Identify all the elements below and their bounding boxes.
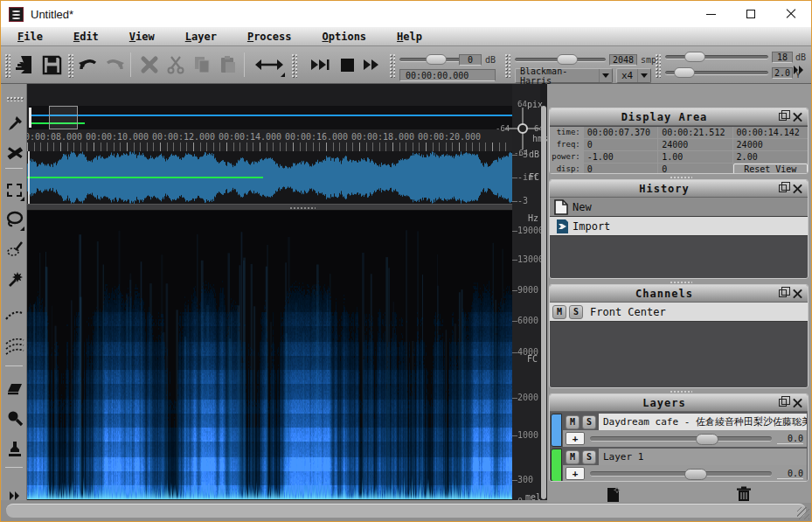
lasso-select-tool[interactable]: [4, 208, 24, 231]
window-function-select[interactable]: Blackman-Harris: [515, 68, 613, 83]
title-bar[interactable]: Untitled*: [1, 1, 811, 27]
menu-view[interactable]: View: [121, 29, 163, 45]
menu-process[interactable]: Process: [239, 29, 300, 45]
history-item-new[interactable]: New: [550, 198, 808, 217]
pan-mode-button[interactable]: [253, 52, 286, 78]
float-panel-icon[interactable]: [779, 399, 787, 407]
close-panel-icon[interactable]: [793, 289, 802, 298]
horizontal-splitter[interactable]: [27, 204, 540, 211]
palette-grip[interactable]: [6, 96, 24, 101]
spectrogram-canvas[interactable]: [27, 211, 512, 499]
mute-button[interactable]: M: [566, 450, 580, 464]
channels-titlebar[interactable]: Channels: [550, 285, 808, 303]
brush-select-tool[interactable]: [4, 238, 24, 261]
reset-view-button[interactable]: Reset View: [733, 164, 808, 174]
menu-options[interactable]: Options: [315, 29, 375, 45]
horizontal-scrollbar[interactable]: [6, 504, 806, 518]
float-panel-icon[interactable]: [779, 184, 787, 192]
mute-button[interactable]: M: [552, 305, 566, 319]
time-length-field[interactable]: 00:00:14.142: [733, 127, 808, 138]
picker-tool[interactable]: [4, 112, 24, 135]
import-button[interactable]: [11, 52, 36, 78]
close-button[interactable]: [771, 1, 811, 27]
play-forward-button[interactable]: [309, 52, 331, 78]
oversample-select[interactable]: x4: [616, 68, 651, 83]
resize-grip[interactable]: [797, 507, 809, 519]
clone-stamp-tool[interactable]: [4, 437, 24, 460]
toolbar-grip[interactable]: [655, 53, 661, 78]
vertical-scrollbar[interactable]: [541, 106, 546, 499]
toolbar-grip[interactable]: [67, 53, 73, 78]
pan-knob[interactable]: [517, 123, 528, 134]
menu-layer[interactable]: Layer: [177, 29, 225, 45]
frequency-select-tool[interactable]: [4, 304, 24, 327]
layer-name[interactable]: Layer 1: [599, 449, 807, 465]
paste-button[interactable]: [216, 52, 240, 78]
layer-row[interactable]: M S Daydream cafe - 佐倉綾音种田梨沙佐藤聡美内 + 0.0: [551, 414, 807, 447]
power-min-field[interactable]: -1.00: [584, 151, 657, 163]
layer-gain-value[interactable]: 0.0: [777, 469, 803, 479]
waveform-view[interactable]: [27, 151, 512, 204]
spectrogram-view[interactable]: [27, 211, 512, 499]
layer-gain-value[interactable]: 0.0: [777, 434, 803, 444]
time-start-field[interactable]: 00:00:07.370: [584, 127, 657, 138]
toolbar-grip[interactable]: [504, 53, 510, 78]
close-panel-icon[interactable]: [793, 112, 802, 122]
menu-edit[interactable]: Edit: [66, 29, 107, 45]
maximize-button[interactable]: [731, 1, 771, 27]
toolbar-grip[interactable]: [291, 53, 297, 78]
layer-color-swatch[interactable]: [551, 449, 562, 482]
layer-row[interactable]: M S Layer 1 + 0.0: [551, 449, 807, 482]
layer-gain-handle[interactable]: [684, 469, 707, 480]
solo-button[interactable]: S: [569, 305, 583, 319]
play-to-end-button[interactable]: [361, 52, 384, 78]
eraser-tool[interactable]: [4, 378, 24, 400]
layer-color-swatch[interactable]: [551, 414, 562, 447]
add-effect-button[interactable]: +: [566, 467, 585, 480]
save-button[interactable]: [39, 52, 64, 78]
stop-button[interactable]: [337, 52, 357, 78]
layer-gain-handle[interactable]: [696, 434, 718, 445]
disp-x-field[interactable]: 0: [584, 164, 657, 174]
fft-size-slider[interactable]: [515, 54, 606, 65]
menu-help[interactable]: Help: [389, 29, 430, 45]
overview-playhead[interactable]: [29, 108, 31, 128]
layer-gain-slider[interactable]: [590, 471, 772, 477]
display-area-titlebar[interactable]: Display Area: [550, 108, 808, 126]
power-max-field[interactable]: 1.00: [658, 151, 732, 163]
layer-name[interactable]: Daydream cafe - 佐倉綾音种田梨沙佐藤聡美内: [599, 414, 807, 430]
add-effect-button[interactable]: +: [566, 432, 585, 445]
rectangle-select-tool[interactable]: [4, 178, 24, 201]
history-item-import[interactable]: Import: [550, 217, 808, 236]
layer-gain-slider[interactable]: [590, 436, 772, 442]
freq-max-field[interactable]: 24000: [658, 139, 732, 150]
fft-size-value[interactable]: 2048: [609, 54, 637, 66]
display-gain-slider[interactable]: [665, 52, 768, 62]
close-panel-icon[interactable]: [793, 398, 802, 407]
float-panel-icon[interactable]: [779, 113, 787, 121]
magic-wand-tool[interactable]: [4, 268, 24, 290]
freq-min-field[interactable]: 0: [584, 139, 657, 150]
overview-view-rect[interactable]: [49, 106, 78, 129]
minimize-button[interactable]: [691, 1, 731, 27]
time-ruler[interactable]: 00:00:08.000 00:00:10.000 00:00:12.000 0…: [27, 129, 512, 151]
menu-file[interactable]: File: [10, 29, 51, 45]
solo-button[interactable]: S: [582, 450, 596, 464]
history-titlebar[interactable]: History: [550, 180, 808, 198]
toolbar-overflow-button[interactable]: [789, 57, 809, 83]
disp-y-field[interactable]: 0: [658, 164, 732, 174]
redo-button[interactable]: [102, 52, 127, 78]
undo-button[interactable]: [76, 52, 101, 78]
toolbar-grip[interactable]: [389, 53, 395, 78]
cut-button[interactable]: [163, 52, 188, 78]
time-end-field[interactable]: 00:00:21.512: [658, 127, 732, 138]
time-display[interactable]: 00:00:00.000: [399, 69, 496, 81]
toolbar-grip[interactable]: [4, 53, 10, 78]
power-gamma-field[interactable]: 2.00: [733, 151, 808, 163]
solo-button[interactable]: S: [582, 415, 596, 429]
zoom-tool[interactable]: [4, 407, 24, 430]
new-layer-button[interactable]: [549, 484, 679, 503]
channel-row[interactable]: M S Front Center: [550, 303, 808, 322]
float-panel-icon[interactable]: [779, 289, 787, 297]
layers-titlebar[interactable]: Layers: [550, 394, 808, 412]
